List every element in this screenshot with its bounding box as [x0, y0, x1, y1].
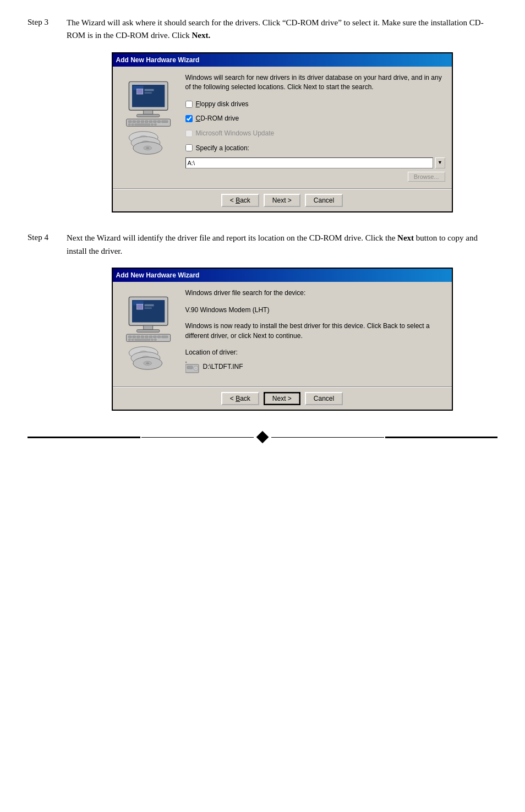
step3-floppy-row[interactable]: Floppy disk drives	[185, 99, 445, 110]
svg-rect-37	[136, 304, 143, 309]
step4-text: Next the Wizard will identify the driver…	[67, 232, 497, 411]
separator-right-thin	[271, 437, 384, 438]
svg-rect-43	[136, 336, 140, 338]
svg-rect-9	[128, 121, 132, 123]
step4-bold-next: Next	[397, 233, 414, 242]
separator-left-thin	[141, 437, 254, 438]
computer-illustration	[122, 77, 177, 165]
specify-label: Specify a location:	[196, 143, 249, 154]
step3-bold-next: Next.	[192, 31, 211, 40]
step4-driver-file: D:\LTDFT.INF	[203, 362, 243, 372]
step3-location-row: ▼	[185, 157, 445, 168]
step3-label: Step 3	[28, 17, 58, 212]
step3-block: Step 3 The Wizard will ask where it shou…	[28, 17, 497, 212]
svg-point-68	[185, 361, 187, 363]
step4-driver-location-row: D:\LTDFT.INF	[185, 361, 445, 373]
svg-rect-10	[132, 121, 135, 123]
step3-next-button[interactable]: Next >	[264, 194, 300, 207]
step3-dialog-title: Add New Hardware Wizard	[116, 55, 200, 66]
svg-rect-12	[141, 121, 144, 123]
step3-dialog-desc: Windows will search for new drivers in i…	[185, 73, 445, 92]
location-dropdown-arrow[interactable]: ▼	[435, 157, 445, 168]
svg-point-31	[146, 148, 149, 149]
page-separator	[28, 433, 497, 442]
step4-dialog-content: Windows driver file search for the devic…	[185, 288, 445, 380]
svg-rect-3	[143, 110, 152, 115]
svg-rect-5	[136, 89, 143, 94]
step3-dialog-titlebar: Add New Hardware Wizard	[113, 53, 452, 67]
winupdate-checkbox	[185, 130, 193, 137]
step3-dialog: Add New Hardware Wizard	[112, 52, 453, 213]
step4-text-before: Next the Wizard will identify the driver…	[67, 233, 397, 242]
floppy-label: Floppy disk drives	[196, 99, 249, 110]
step3-winupdate-row: Microsoft Windows Update	[185, 128, 445, 139]
step3-dialog-content: Windows will search for new drivers in i…	[185, 73, 445, 182]
step4-block: Step 4 Next the Wizard will identify the…	[28, 232, 497, 411]
svg-rect-19	[132, 124, 134, 126]
step4-dialog-body: Windows driver file search for the devic…	[113, 282, 452, 386]
step4-dialog: Add New Hardware Wizard	[112, 268, 453, 411]
svg-rect-18	[128, 124, 130, 126]
step4-computer-icon-col	[119, 288, 180, 380]
svg-rect-36	[136, 330, 159, 333]
step4-back-button[interactable]: < Back	[221, 392, 259, 405]
svg-rect-41	[128, 336, 132, 338]
svg-rect-13	[145, 121, 148, 123]
svg-point-63	[146, 363, 149, 364]
cdrom-checkbox[interactable]	[185, 115, 193, 122]
svg-rect-50	[128, 339, 130, 341]
step4-dialog-titlebar: Add New Hardware Wizard	[113, 269, 452, 282]
separator-left-thick	[28, 437, 140, 438]
step4-footer: < Back Next > Cancel	[113, 388, 452, 410]
svg-rect-54	[154, 339, 156, 341]
step3-specify-row[interactable]: Specify a location:	[185, 143, 445, 154]
step4-next-button[interactable]: Next >	[264, 392, 300, 405]
specify-checkbox[interactable]	[185, 144, 193, 151]
svg-point-67	[195, 367, 196, 369]
svg-rect-52	[134, 339, 150, 341]
step4-label: Step 4	[28, 232, 58, 411]
svg-rect-48	[157, 336, 161, 338]
step3-dialog-body: Windows will search for new drivers in i…	[113, 67, 452, 188]
svg-rect-4	[136, 115, 159, 117]
svg-rect-45	[145, 336, 148, 338]
step4-computer-illustration	[122, 292, 177, 380]
svg-rect-14	[149, 121, 152, 123]
svg-rect-35	[143, 326, 152, 330]
browse-button[interactable]: Browse...	[408, 172, 445, 182]
step4-ready-text: Windows is now ready to install the best…	[185, 321, 445, 341]
svg-rect-22	[154, 124, 156, 126]
step3-text: The Wizard will ask where it should sear…	[67, 17, 497, 212]
step3-back-button[interactable]: < Back	[221, 194, 259, 207]
location-input[interactable]	[185, 157, 433, 168]
cdrom-label: CD-ROM drive	[196, 113, 239, 124]
separator-right-thick	[385, 437, 498, 438]
step3-cdrom-row[interactable]: CD-ROM drive	[185, 113, 445, 124]
svg-rect-51	[132, 339, 134, 341]
svg-rect-20	[134, 124, 150, 126]
step4-location-label: Location of driver:	[185, 347, 445, 358]
step3-computer-icon-col	[119, 73, 180, 182]
svg-rect-53	[151, 339, 153, 341]
step3-cancel-button[interactable]: Cancel	[305, 194, 343, 207]
winupdate-label: Microsoft Windows Update	[196, 128, 275, 139]
svg-rect-17	[161, 121, 167, 123]
svg-rect-49	[161, 336, 167, 338]
step4-cancel-button[interactable]: Cancel	[305, 392, 343, 405]
step3-footer: < Back Next > Cancel	[113, 189, 452, 211]
svg-rect-6	[144, 89, 154, 91]
svg-rect-46	[149, 336, 152, 338]
step4-search-label: Windows driver file search for the devic…	[185, 288, 445, 298]
svg-rect-7	[144, 92, 151, 94]
svg-rect-15	[153, 121, 156, 123]
svg-rect-16	[157, 121, 161, 123]
svg-rect-42	[132, 336, 135, 338]
svg-rect-38	[144, 304, 154, 307]
floppy-checkbox[interactable]	[185, 101, 193, 108]
step3-text-before: The Wizard will ask where it should sear…	[67, 18, 484, 40]
svg-rect-39	[144, 308, 151, 309]
separator-diamond	[256, 431, 269, 444]
step4-device-name: V.90 Windows Modem (LHT)	[185, 305, 445, 315]
svg-rect-65	[187, 366, 193, 369]
svg-rect-11	[136, 121, 140, 123]
